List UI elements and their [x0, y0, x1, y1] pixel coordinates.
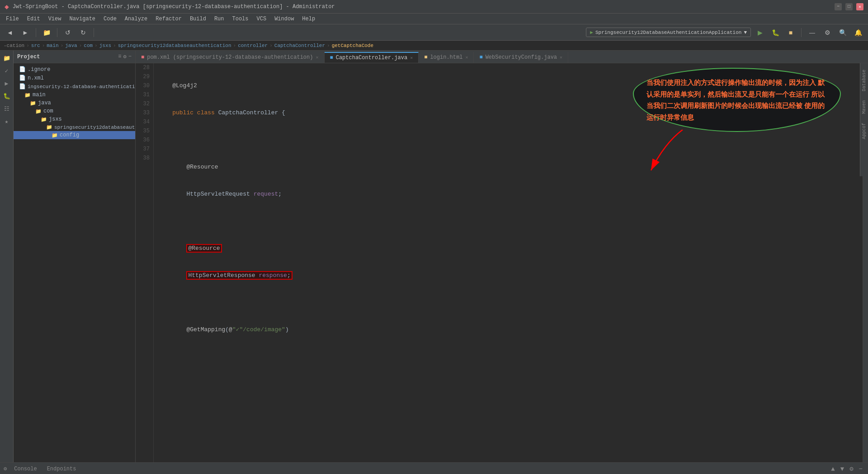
tab-login-label: login.html — [430, 54, 462, 61]
project-settings-icon[interactable]: ⚙ — [123, 53, 127, 60]
tab-login-html[interactable]: ■ login.html ✕ — [419, 52, 474, 63]
breadcrumb-com[interactable]: com — [84, 43, 93, 48]
sidebar-commit-icon[interactable]: ✓ — [1, 66, 12, 76]
sidebar-project-icon[interactable]: 📁 — [1, 53, 12, 64]
highlighted-response: HttpServletResponse response; — [186, 271, 292, 280]
right-tab-database[interactable]: Database — [861, 65, 868, 96]
bottom-controls: ▲ ▼ ⚙ − — [829, 464, 864, 474]
services-icon: ⚙ — [4, 465, 7, 472]
tree-item-java[interactable]: 📁 java — [14, 99, 135, 107]
tree-item-springsecurity[interactable]: 📁 springsecurity12databaseauthentication — [14, 123, 135, 131]
menu-help[interactable]: Help — [298, 15, 319, 23]
sidebar-favorites-icon[interactable]: ★ — [1, 116, 12, 127]
bottom-down-icon[interactable]: ▼ — [839, 465, 846, 474]
tab-pom-close[interactable]: ✕ — [316, 55, 318, 60]
code-line-34: @Resource — [158, 244, 863, 253]
code-line-28: @Log4j2 — [158, 81, 863, 90]
tree-item-main[interactable]: 📁 main — [14, 91, 135, 99]
code-line-30 — [158, 136, 863, 145]
menu-analyze[interactable]: Analyze — [121, 15, 151, 23]
tab-captcha-controller[interactable]: ■ CaptchaController.java ✕ — [325, 52, 419, 63]
tab-captcha-close[interactable]: ✕ — [410, 55, 413, 61]
breadcrumb-jsxs[interactable]: jsxs — [99, 43, 111, 48]
bottom-area: ⚙ Console Endpoints ▲ ▼ ⚙ − ▶ ■ 📷 📌 ⋯ ▷ … — [0, 462, 868, 474]
toolbar-project-button[interactable]: 📁 — [40, 26, 53, 39]
services-tab-console[interactable]: Console — [9, 464, 41, 474]
menu-build[interactable]: Build — [186, 15, 210, 23]
toolbar-undo-button[interactable]: ↺ — [61, 26, 74, 39]
tree-item-com[interactable]: 📁 com — [14, 107, 135, 115]
breadcrumb-package[interactable]: springsecurity12databaseauthentication — [118, 43, 231, 48]
main-layout: 📁 ✓ ▶ 🐛 ☷ ★ Project ≡ ⚙ − 📄 .ignore 📄 n.… — [0, 51, 868, 462]
bottom-close-icon[interactable]: − — [857, 465, 864, 474]
sidebar-run-icon[interactable]: ▶ — [1, 78, 12, 89]
menu-code[interactable]: Code — [100, 15, 120, 23]
tab-pom-label: pom.xml (springsecurity-12-database-auth… — [147, 54, 313, 61]
run-config-selector[interactable]: ▶ Springsecurity12DatabaseAuthentication… — [586, 28, 751, 37]
run-config-name: Springsecurity12DatabaseAuthenticationAp… — [595, 30, 741, 35]
left-sidebar: 📁 ✓ ▶ 🐛 ☷ ★ — [0, 51, 14, 462]
toolbar-redo-button[interactable]: ↻ — [77, 26, 90, 39]
breadcrumb-method[interactable]: getCaptchaCode — [332, 43, 373, 48]
breadcrumb-cation: -cation — [4, 43, 24, 48]
breadcrumb-captcha-controller[interactable]: CaptchaController — [274, 43, 325, 48]
menu-tools[interactable]: Tools — [229, 15, 252, 23]
menu-view[interactable]: View — [45, 15, 65, 23]
right-tab-maven[interactable]: Maven — [861, 96, 868, 118]
app-logo-icon: ◆ — [5, 2, 9, 11]
code-line-32: HttpServletRequest request; — [158, 190, 863, 199]
settings-button[interactable]: ⚙ — [821, 26, 834, 39]
breadcrumb-main[interactable]: main — [47, 43, 58, 48]
tab-login-close[interactable]: ✕ — [465, 55, 468, 60]
code-line-29: public class CaptchaController { — [158, 108, 863, 117]
menu-window[interactable]: Window — [271, 15, 297, 23]
breadcrumb-src[interactable]: src — [31, 43, 40, 48]
breadcrumb-java[interactable]: java — [65, 43, 77, 48]
menu-navigate[interactable]: Navigate — [66, 15, 99, 23]
tree-item-config[interactable]: 📁 config — [14, 131, 135, 139]
tree-item-iml[interactable]: 📄 ingsecurity-12-database-authentication… — [14, 82, 135, 91]
folder-config-icon: 📁 — [52, 132, 58, 138]
coverage-button[interactable]: ■ — [784, 26, 797, 39]
services-tab-endpoints[interactable]: Endpoints — [42, 464, 81, 474]
notifications-button[interactable]: 🔔 — [852, 26, 864, 39]
tree-item-jsxs[interactable]: 📁 jsxs — [14, 115, 135, 123]
menu-vcs[interactable]: VCS — [253, 15, 270, 23]
sidebar-structure-icon[interactable]: ☷ — [1, 103, 12, 114]
run-button[interactable]: ▶ — [754, 26, 766, 39]
tree-item-nxml[interactable]: 📄 n.xml — [14, 74, 135, 82]
breadcrumb-controller[interactable]: controller — [238, 43, 268, 48]
tab-pom-xml[interactable]: ■ pom.xml (springsecurity-12-database-au… — [136, 52, 325, 63]
menu-file[interactable]: File — [2, 15, 23, 23]
code-line-36 — [158, 298, 863, 307]
right-tab-appcof[interactable]: Appcof — [861, 118, 868, 144]
search-everywhere-button[interactable]: 🔍 — [836, 26, 849, 39]
tab-websecurity-close[interactable]: ✕ — [560, 55, 562, 60]
tree-item-ignore[interactable]: 📄 .ignore — [14, 65, 135, 74]
code-content[interactable]: @Log4j2 public class CaptchaController {… — [154, 63, 863, 462]
bottom-settings-icon[interactable]: ⚙ — [848, 464, 855, 474]
tab-xml-icon: ■ — [141, 54, 144, 61]
services-tabs: ⚙ Console Endpoints — [4, 464, 80, 474]
editor-tabs: ■ pom.xml (springsecurity-12-database-au… — [136, 51, 868, 63]
close-button[interactable]: ✕ — [856, 3, 863, 10]
maximize-button[interactable]: □ — [845, 3, 853, 10]
menu-run[interactable]: Run — [211, 15, 228, 23]
vcs-button[interactable]: ⸻ — [806, 26, 818, 39]
menu-edit[interactable]: Edit — [24, 15, 44, 23]
minimize-button[interactable]: − — [835, 3, 842, 10]
tab-websecurity[interactable]: ■ WebSecurityConfig.java ✕ — [474, 52, 568, 63]
toolbar-separator-3 — [94, 28, 94, 37]
debug-button[interactable]: 🐛 — [769, 26, 782, 39]
bottom-up-icon[interactable]: ▲ — [829, 465, 836, 474]
toolbar-back-button[interactable]: ◄ — [4, 26, 16, 39]
project-header-title: Project — [17, 54, 40, 60]
sidebar-debug-icon[interactable]: 🐛 — [1, 91, 12, 102]
menu-refactor[interactable]: Refactor — [152, 15, 185, 23]
project-collapse-icon[interactable]: ≡ — [118, 53, 121, 60]
toolbar-forward-button[interactable]: ► — [19, 26, 32, 39]
tab-java-icon: ■ — [330, 55, 333, 61]
title-bar-controls[interactable]: − □ ✕ — [835, 3, 863, 10]
project-header-actions: ≡ ⚙ − — [118, 53, 132, 60]
project-minimize-icon[interactable]: − — [128, 53, 132, 60]
